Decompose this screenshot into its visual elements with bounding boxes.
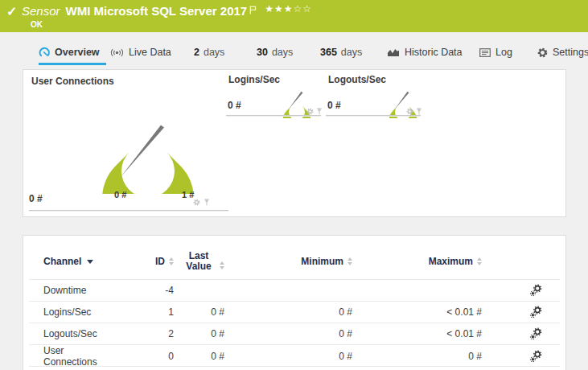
- logouts-gauge-value: 0 #: [327, 100, 341, 111]
- sensor-title: WMI Microsoft SQL Server 2017: [66, 4, 248, 18]
- gauge-scale-max: 1 #: [182, 190, 194, 199]
- pin-icon[interactable]: [204, 199, 210, 206]
- tab-label: days: [341, 47, 362, 58]
- channel-name[interactable]: Downtime: [29, 285, 117, 296]
- channel-settings-icon[interactable]: [482, 284, 560, 297]
- channel-last: 0 #: [174, 306, 224, 318]
- sensor-overview-page: ✓ Sensor WMI Microsoft SQL Server 2017 ★…: [0, 0, 588, 370]
- tab-label: Overview: [55, 47, 100, 58]
- channels-table-header: Channel ID Last Value Minimum Maximum: [29, 244, 560, 280]
- gear-icon: [537, 47, 548, 58]
- column-header-channel[interactable]: Channel: [29, 256, 117, 267]
- tab-30-days[interactable]: 30 days: [257, 40, 293, 64]
- column-header-minimum[interactable]: Minimum: [224, 256, 352, 267]
- gear-icon[interactable]: [306, 108, 314, 115]
- channel-min: 0 #: [224, 306, 352, 318]
- gear-icon[interactable]: [193, 199, 200, 206]
- gauges-panel: User Connections 0 # 1 # 0 # Logins/Sec …: [23, 69, 566, 217]
- channel-id: 1: [117, 306, 174, 318]
- tab-label: Settings: [553, 47, 588, 58]
- channel-name[interactable]: User Connections: [29, 345, 117, 368]
- tab-label: days: [272, 47, 293, 58]
- tab-label: Historic Data: [405, 47, 463, 58]
- channels-panel: Channel ID Last Value Minimum Maximum: [23, 235, 566, 370]
- tab-bar: Overview Live Data 2 days 30 days 365 da…: [0, 40, 588, 64]
- table-row[interactable]: Logouts/Sec 2 0 # 0 # < 0.01 #: [29, 323, 560, 345]
- primary-gauge-value: 0 #: [29, 193, 43, 204]
- tab-settings[interactable]: Settings: [537, 40, 588, 64]
- channel-settings-icon[interactable]: [482, 327, 560, 340]
- logins-gauge-value: 0 #: [228, 100, 241, 111]
- channel-id: -4: [117, 285, 174, 296]
- tab-log[interactable]: Log: [479, 40, 512, 64]
- log-icon: [479, 48, 491, 57]
- tab-overview[interactable]: Overview: [39, 40, 106, 64]
- table-row[interactable]: User Connections 0 0 # 0 # 0 #: [29, 345, 560, 367]
- channel-name[interactable]: Logouts/Sec: [29, 328, 117, 339]
- channel-max: < 0.01 #: [352, 328, 482, 339]
- tab-label: Log: [495, 47, 512, 58]
- gauge-icon: [39, 47, 50, 58]
- sort-desc-icon: [87, 260, 93, 264]
- area-chart-icon: [387, 47, 400, 57]
- column-label: ID: [155, 256, 165, 267]
- channel-last: 0 #: [174, 351, 224, 362]
- table-row[interactable]: Downtime -4: [29, 280, 560, 302]
- channel-settings-icon[interactable]: [482, 350, 560, 363]
- tab-2-days[interactable]: 2 days: [194, 40, 224, 64]
- channel-name[interactable]: Logins/Sec: [29, 306, 117, 318]
- gauge-needle: [289, 92, 303, 109]
- gauge-needle: [395, 92, 409, 109]
- tab-number: 30: [257, 47, 268, 58]
- column-header-id[interactable]: ID: [117, 256, 174, 267]
- channel-settings-icon[interactable]: [482, 306, 560, 319]
- tab-label: days: [204, 47, 224, 58]
- gauge-card-divider: [29, 210, 228, 211]
- ok-check-icon: ✓: [6, 4, 17, 19]
- channel-min: 0 #: [224, 351, 352, 362]
- status-badge: OK: [31, 20, 43, 29]
- channel-min: 0 #: [224, 328, 352, 339]
- gauge-needle: [121, 125, 164, 177]
- column-label: Channel: [43, 256, 81, 267]
- tab-number: 2: [194, 47, 199, 58]
- pin-icon[interactable]: [316, 108, 323, 115]
- tab-historic-data[interactable]: Historic Data: [387, 40, 463, 64]
- tab-365-days[interactable]: 365 days: [320, 40, 362, 64]
- channel-max: 0 #: [352, 351, 482, 362]
- logouts-gauge-title: Logouts/Sec: [328, 74, 386, 85]
- tab-label: Live Data: [129, 47, 171, 58]
- table-row[interactable]: Logins/Sec 1 0 # 0 # < 0.01 #: [29, 302, 560, 323]
- column-label: Last Value: [182, 251, 216, 272]
- column-label: Maximum: [429, 256, 473, 267]
- logins-gauge-title: Logins/Sec: [228, 74, 280, 85]
- channel-id: 2: [117, 328, 174, 339]
- tab-live-data[interactable]: Live Data: [110, 40, 171, 64]
- column-header-maximum[interactable]: Maximum: [352, 256, 482, 267]
- broadcast-icon: [110, 47, 124, 58]
- column-label: Minimum: [301, 256, 343, 267]
- channel-last: 0 #: [174, 328, 224, 339]
- sort-icon: [477, 257, 482, 265]
- gauge-scale-min: 0 #: [114, 190, 126, 199]
- flag-icon[interactable]: [249, 3, 257, 18]
- gauge-card-divider: [326, 115, 421, 116]
- user-connections-gauge: [88, 73, 208, 194]
- sensor-kind-label: Sensor: [22, 4, 60, 18]
- tab-number: 365: [320, 47, 337, 58]
- gauge-card-divider: [226, 115, 321, 116]
- gear-icon[interactable]: [406, 108, 413, 115]
- priority-stars[interactable]: ★★★☆☆: [265, 3, 312, 14]
- pin-icon[interactable]: [416, 108, 422, 115]
- sensor-status-header: ✓ Sensor WMI Microsoft SQL Server 2017 ★…: [0, 0, 588, 32]
- column-header-last-value[interactable]: Last Value: [174, 251, 224, 272]
- channel-id: 0: [117, 351, 174, 362]
- channel-max: < 0.01 #: [352, 306, 482, 318]
